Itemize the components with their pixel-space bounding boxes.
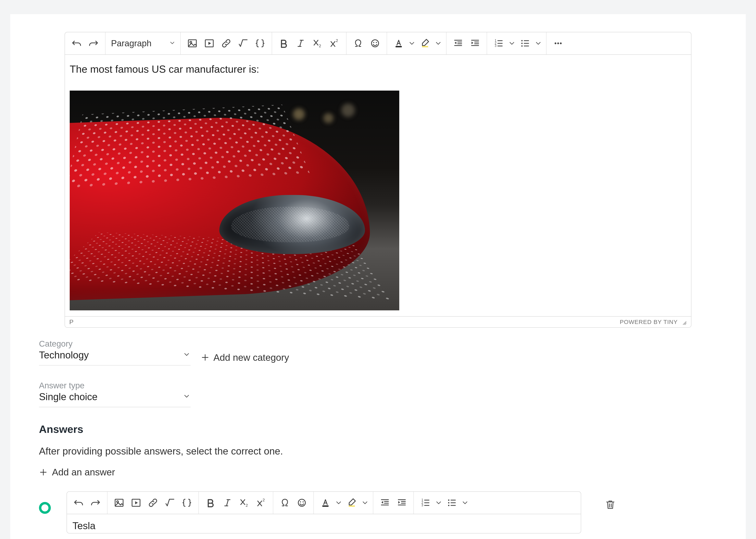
highlight-color-menu[interactable] [434, 36, 442, 51]
highlight-color-button[interactable] [417, 36, 433, 51]
outdent-button[interactable] [377, 495, 392, 510]
answer-text[interactable]: Tesla [67, 514, 581, 533]
bold-button[interactable] [203, 495, 218, 510]
svg-point-18 [560, 42, 562, 44]
text-color-menu[interactable] [408, 36, 416, 51]
svg-point-34 [448, 505, 449, 506]
add-answer-button[interactable]: Add an answer [39, 467, 115, 478]
numbered-list-menu[interactable] [435, 495, 443, 510]
question-text[interactable]: The most famous US car manufacturer is: [70, 62, 686, 76]
embedded-image[interactable] [70, 91, 399, 310]
svg-point-6 [373, 42, 374, 43]
text-color-button[interactable] [391, 36, 406, 51]
bullet-list-menu[interactable] [534, 36, 542, 51]
subscript-button[interactable]: 2 [310, 36, 325, 51]
more-button[interactable] [550, 36, 566, 51]
italic-button[interactable] [293, 36, 308, 51]
superscript-icon: 2 [256, 498, 267, 508]
correct-answer-radio[interactable] [39, 502, 51, 514]
bullet-list-icon [447, 498, 457, 508]
color-group [314, 492, 373, 514]
bullet-list-menu[interactable] [461, 495, 469, 510]
numbered-list-menu[interactable] [508, 36, 516, 51]
italic-button[interactable] [220, 495, 235, 510]
svg-rect-28 [349, 505, 355, 507]
editor-status-bar: P POWERED BY TINY [65, 316, 691, 327]
indent-group [373, 492, 414, 514]
question-toolbar: Paragraph [65, 32, 691, 55]
outdent-icon [453, 38, 463, 49]
block-format-label: Paragraph [111, 38, 151, 48]
category-value: Technology [39, 349, 89, 361]
editor-body[interactable]: The most famous US car manufacturer is: [65, 55, 691, 316]
insert-media-button[interactable] [128, 495, 144, 510]
emoji-icon [370, 38, 380, 49]
outdent-button[interactable] [450, 36, 466, 51]
special-char-button[interactable] [350, 36, 366, 51]
bullet-list-button[interactable] [444, 495, 459, 510]
subscript-button[interactable]: 2 [237, 495, 252, 510]
chevron-down-icon [183, 391, 190, 403]
text-color-menu[interactable] [335, 495, 343, 510]
special-char-button[interactable] [277, 495, 293, 510]
insert-image-button[interactable] [185, 36, 200, 51]
answer-editor: 2 2 123 [67, 491, 581, 533]
svg-text:3: 3 [422, 503, 423, 507]
svg-point-1 [190, 41, 192, 43]
braces-icon [255, 38, 265, 49]
braces-icon [181, 498, 192, 508]
superscript-button[interactable]: 2 [327, 36, 342, 51]
resize-handle[interactable] [680, 319, 687, 325]
redo-icon [90, 498, 101, 508]
undo-button[interactable] [71, 495, 86, 510]
numbered-list-button[interactable]: 123 [418, 495, 433, 510]
block-format-select[interactable]: Paragraph [105, 32, 181, 54]
svg-text:2: 2 [263, 498, 265, 502]
answers-help-text: After providing possible answers, select… [39, 445, 666, 457]
add-category-button[interactable]: Add new category [201, 352, 289, 363]
image-icon [187, 38, 198, 49]
undo-button[interactable] [69, 36, 84, 51]
insert-equation-button[interactable] [236, 36, 251, 51]
svg-point-16 [555, 42, 556, 44]
element-path[interactable]: P [69, 318, 73, 326]
trash-icon [605, 499, 616, 510]
redo-button[interactable] [88, 495, 103, 510]
chevron-down-icon [408, 38, 416, 49]
category-select[interactable]: Technology [39, 349, 190, 361]
history-group [65, 32, 105, 54]
answer-type-select[interactable]: Single choice [39, 391, 190, 403]
overflow-group [547, 32, 570, 54]
insert-media-button[interactable] [202, 36, 217, 51]
insert-link-button[interactable] [219, 36, 234, 51]
indent-button[interactable] [467, 36, 483, 51]
outdent-icon [379, 498, 390, 508]
text-color-icon [393, 38, 404, 49]
bullet-list-icon [520, 38, 530, 49]
insert-image-button[interactable] [111, 495, 127, 510]
answers-heading: Answers [39, 423, 666, 435]
highlight-color-menu[interactable] [361, 495, 369, 510]
play-icon [131, 498, 141, 508]
highlight-color-button[interactable] [344, 495, 360, 510]
text-color-button[interactable] [318, 495, 333, 510]
ellipsis-icon [553, 38, 564, 49]
insert-link-button[interactable] [145, 495, 161, 510]
insert-code-sample-button[interactable] [179, 495, 194, 510]
svg-text:2: 2 [246, 503, 248, 507]
insert-code-sample-button[interactable] [252, 36, 268, 51]
bold-button[interactable] [276, 36, 291, 51]
redo-button[interactable] [86, 36, 101, 51]
delete-answer-button[interactable] [605, 499, 620, 514]
svg-rect-27 [322, 505, 329, 507]
numbered-list-button[interactable]: 123 [491, 36, 506, 51]
emoji-button[interactable] [294, 495, 309, 510]
indent-button[interactable] [394, 495, 409, 510]
svg-rect-8 [395, 46, 402, 47]
bullet-list-button[interactable] [517, 36, 533, 51]
svg-point-13 [521, 40, 523, 41]
plus-icon [201, 353, 209, 362]
insert-equation-button[interactable] [162, 495, 177, 510]
superscript-button[interactable]: 2 [253, 495, 269, 510]
emoji-button[interactable] [367, 36, 383, 51]
